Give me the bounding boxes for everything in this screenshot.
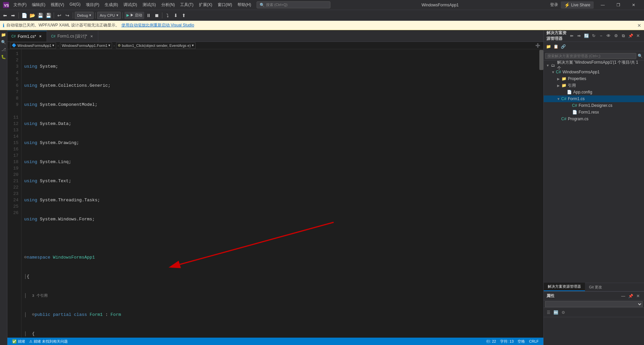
tab-solution-explorer[interactable]: 解决方案资源管理器 bbox=[544, 283, 585, 291]
menu-help[interactable]: 帮助(H) bbox=[235, 1, 254, 9]
open-button[interactable]: 📂 bbox=[29, 12, 36, 19]
tab-git-changes[interactable]: Git 更改 bbox=[585, 283, 606, 291]
status-warnings[interactable]: ⚠ 就绪 未找到相关问题 bbox=[27, 339, 70, 344]
se-collapse-button[interactable]: − bbox=[598, 32, 604, 39]
start-button[interactable]: ▶ ▶ 启动 bbox=[124, 12, 144, 19]
forward-button[interactable]: ➡ bbox=[9, 12, 17, 19]
undo-button[interactable]: ↩ bbox=[56, 12, 63, 19]
status-encoding[interactable]: CRLF bbox=[527, 339, 541, 344]
se-search-icon[interactable]: 🔍 bbox=[638, 54, 643, 58]
menu-git[interactable]: Git(G) bbox=[67, 1, 83, 9]
tab-form1cs-designer[interactable]: C# Form1.cs [设计]* ✕ bbox=[47, 31, 98, 42]
tree-appconfig[interactable]: 📄 App.config bbox=[544, 89, 644, 95]
se-toolbar-btn-1[interactable]: 📁 bbox=[545, 43, 552, 50]
status-col[interactable]: 字符: 13 bbox=[498, 339, 516, 344]
save-all-button[interactable]: 💾 bbox=[45, 12, 52, 19]
menu-test[interactable]: 测试(S) bbox=[140, 1, 159, 9]
references-expand-icon[interactable]: ▶ bbox=[556, 83, 561, 88]
se-show-all-button[interactable]: 👁 bbox=[605, 32, 612, 39]
search-box[interactable]: 🔍 搜索 (Ctrl+Q) bbox=[257, 1, 330, 8]
breadcrumb-project[interactable]: 🔷 WindowsFormsApp1 ▾ bbox=[10, 42, 56, 49]
properties-expand-icon[interactable]: ▶ bbox=[556, 76, 561, 81]
menu-edit[interactable]: 编辑(E) bbox=[29, 1, 48, 9]
save-button[interactable]: 💾 bbox=[37, 12, 44, 19]
breadcrumb-add-button[interactable]: ➕ bbox=[535, 43, 541, 49]
debug-activity-icon[interactable]: 🐛 bbox=[0, 54, 7, 60]
step-over-button[interactable]: ⤵ bbox=[164, 12, 171, 19]
solution-expand-icon[interactable]: ▼ bbox=[545, 63, 550, 68]
live-share-button[interactable]: ⚡ Live Share bbox=[561, 1, 594, 9]
menu-analyze[interactable]: 分析(N) bbox=[159, 1, 178, 9]
tab-designer-close[interactable]: ✕ bbox=[89, 34, 94, 39]
pause-button[interactable]: ⏸ bbox=[145, 12, 152, 19]
menu-view[interactable]: 视图(V) bbox=[48, 1, 67, 9]
menu-debug[interactable]: 调试(D) bbox=[121, 1, 140, 9]
tree-form1-designer[interactable]: C# Form1.Designer.cs bbox=[544, 102, 644, 109]
menu-window[interactable]: 窗口(W) bbox=[215, 1, 235, 9]
tab-form1cs-close[interactable]: ✕ bbox=[38, 34, 43, 39]
form1cs-expand-icon[interactable]: ▼ bbox=[556, 96, 561, 101]
menu-project[interactable]: 项目(P) bbox=[83, 1, 102, 9]
stop-button[interactable]: ⏹ bbox=[153, 12, 160, 19]
status-ready[interactable]: ✅ 就绪 bbox=[10, 339, 27, 344]
menu-tools[interactable]: 工具(T) bbox=[177, 1, 196, 9]
se-forward-button[interactable]: ➡ bbox=[576, 32, 582, 39]
search-activity-icon[interactable]: 🔍 bbox=[0, 39, 7, 46]
project-expand-icon[interactable]: ▼ bbox=[550, 69, 556, 75]
se-preview-button[interactable]: ⧉ bbox=[620, 32, 627, 39]
props-props-button[interactable]: ⚙ bbox=[560, 309, 567, 316]
breadcrumb-method[interactable]: ⚙ button1_Click(object sender, EventArgs… bbox=[116, 42, 195, 49]
login-button[interactable]: 登录 bbox=[547, 2, 561, 8]
se-close-button[interactable]: ✕ bbox=[635, 32, 641, 39]
restore-button[interactable]: ❐ bbox=[610, 0, 626, 10]
se-toolbar-btn-2[interactable]: 📋 bbox=[552, 43, 559, 50]
back-button[interactable]: ⬅ bbox=[1, 12, 9, 19]
se-search-input[interactable] bbox=[545, 53, 636, 59]
git-icon[interactable]: ⎇ bbox=[0, 46, 7, 53]
step-into-button[interactable]: ⬇ bbox=[172, 12, 179, 19]
properties-object-dropdown[interactable] bbox=[545, 301, 643, 307]
tree-programcs[interactable]: C# Program.cs bbox=[544, 116, 644, 122]
menu-bar: 文件(F) 编辑(E) 视图(V) Git(G) 项目(P) 生成(B) 调试(… bbox=[11, 1, 254, 9]
status-spaces[interactable]: 空格 bbox=[516, 339, 527, 344]
menu-extensions[interactable]: 扩展(X) bbox=[196, 1, 215, 9]
debug-config-dropdown[interactable]: Debug ▾ bbox=[75, 12, 94, 19]
tree-form1cs[interactable]: ▼ C# Form1.cs bbox=[544, 95, 644, 102]
props-pin-button[interactable]: 📌 bbox=[627, 293, 634, 299]
se-toolbar-btn-3[interactable]: 🔗 bbox=[560, 43, 567, 50]
props-alpha-button[interactable]: 🔤 bbox=[552, 309, 559, 316]
status-row[interactable]: 行: 22 bbox=[484, 339, 498, 344]
tree-properties[interactable]: ▶ 📁 Properties bbox=[544, 75, 644, 82]
close-button[interactable]: ✕ bbox=[626, 0, 641, 10]
explorer-icon[interactable]: 📁 bbox=[0, 31, 7, 38]
se-refresh-button[interactable]: ↻ bbox=[590, 32, 597, 39]
se-settings-button[interactable]: ⚙ bbox=[612, 32, 619, 39]
props-min-button[interactable]: — bbox=[620, 293, 627, 299]
props-categories-button[interactable]: ☰ bbox=[545, 309, 552, 316]
platform-dropdown[interactable]: Any CPU ▾ bbox=[97, 12, 120, 19]
menu-build[interactable]: 生成(B) bbox=[102, 1, 121, 9]
tree-solution-root[interactable]: ▼ 🗂 解决方案 'WindowsFormsApp1'(1 个项目/共 1 个 bbox=[544, 62, 644, 69]
se-pin-button[interactable]: 📌 bbox=[627, 32, 634, 39]
tree-references[interactable]: ▶ 📁 引用 bbox=[544, 82, 644, 89]
new-file-button[interactable]: 📄 bbox=[20, 12, 28, 19]
menu-file[interactable]: 文件(F) bbox=[11, 1, 29, 9]
minimize-button[interactable]: — bbox=[595, 0, 610, 10]
breadcrumb-class-arrow: ▾ bbox=[108, 43, 110, 48]
close-notification-button[interactable]: ✕ bbox=[637, 23, 641, 28]
tab-form1cs[interactable]: C# Form1.cs* ✕ bbox=[7, 31, 47, 42]
properties-object-selector[interactable] bbox=[544, 300, 644, 308]
code-editor[interactable]: 1 2 3 4 5 6 7 8 9 11 12 13 14 15 16 17 1… bbox=[7, 49, 543, 338]
editor-scrollbar[interactable] bbox=[539, 49, 543, 338]
se-back-button[interactable]: ⬅ bbox=[568, 32, 575, 39]
se-tree[interactable]: ▼ 🗂 解决方案 'WindowsFormsApp1'(1 个项目/共 1 个 … bbox=[544, 61, 644, 283]
breadcrumb-class[interactable]: WindowsFormsApp1.Form1 ▾ bbox=[60, 42, 112, 49]
props-close-button[interactable]: ✕ bbox=[635, 293, 641, 299]
tree-form1-resx[interactable]: 📄 Form1.resx bbox=[544, 109, 644, 116]
notification-link[interactable]: 使用自动缩放比例重新启动 Visual Studio bbox=[121, 22, 194, 28]
properties-toolbar: ☰ 🔤 ⚙ bbox=[544, 308, 644, 317]
code-content[interactable]: using System; using System.Collections.G… bbox=[21, 49, 539, 338]
se-sync-button[interactable]: 🔄 bbox=[583, 32, 590, 39]
redo-button[interactable]: ↪ bbox=[64, 12, 71, 19]
step-out-button[interactable]: ⬆ bbox=[180, 12, 187, 19]
